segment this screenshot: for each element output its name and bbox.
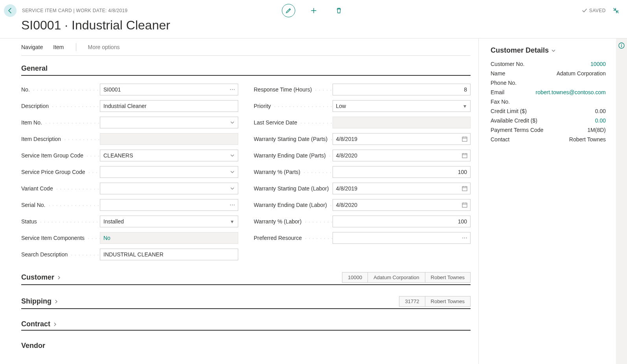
trash-icon bbox=[336, 7, 342, 14]
dropdown-service-item-group[interactable] bbox=[227, 150, 238, 161]
section-vendor-title[interactable]: Vendor bbox=[21, 342, 45, 350]
factbox-title[interactable]: Customer Details bbox=[491, 46, 606, 59]
calendar-icon bbox=[462, 186, 467, 191]
svg-rect-1 bbox=[462, 154, 467, 158]
new-button[interactable] bbox=[307, 4, 320, 17]
datepicker-warranty-end-parts[interactable] bbox=[459, 150, 470, 161]
chevron-right-icon bbox=[54, 299, 59, 304]
chevron-down-icon bbox=[230, 187, 234, 190]
delete-button[interactable] bbox=[332, 4, 346, 17]
calendar-icon bbox=[462, 136, 467, 142]
breadcrumb: SERVICE ITEM CARD | WORK DATE: 4/8/2019 bbox=[22, 8, 127, 13]
input-warranty-end-labor[interactable] bbox=[333, 199, 460, 210]
svg-rect-3 bbox=[462, 203, 467, 207]
info-pane-toggle[interactable] bbox=[616, 38, 627, 364]
label-last-service-date: Last Service Date bbox=[254, 119, 333, 126]
label-no: No. bbox=[21, 86, 100, 93]
label-serial-no: Serial No. bbox=[21, 202, 100, 208]
fb-available-credit-label: Available Credit ($) bbox=[491, 117, 537, 124]
minimize-button[interactable] bbox=[613, 7, 619, 14]
svg-rect-2 bbox=[462, 187, 467, 191]
input-preferred-resource[interactable] bbox=[333, 232, 460, 243]
chevron-down-icon bbox=[230, 170, 234, 174]
input-serial-no[interactable] bbox=[100, 199, 227, 210]
input-description[interactable] bbox=[100, 101, 238, 112]
page-title: SI0001 · Industrial Cleaner bbox=[0, 17, 627, 38]
input-item-description bbox=[100, 134, 238, 145]
section-customer-title[interactable]: Customer bbox=[21, 273, 61, 282]
commandbar-item[interactable]: Item bbox=[53, 44, 64, 50]
summary-shipping-0: 31772 bbox=[399, 296, 425, 307]
input-service-item-group[interactable] bbox=[100, 150, 227, 161]
input-warranty-start-parts[interactable] bbox=[333, 134, 460, 145]
fb-credit-limit-value: 0.00 bbox=[595, 108, 606, 114]
input-no[interactable] bbox=[100, 84, 227, 95]
label-warranty-start-parts: Warranty Starting Date (Parts) bbox=[254, 136, 333, 142]
input-warranty-pct-labor[interactable] bbox=[333, 216, 471, 227]
check-icon bbox=[582, 8, 587, 13]
fb-email-value[interactable]: robert.townes@contoso.com bbox=[536, 89, 606, 95]
fb-customer-no-value[interactable]: 10000 bbox=[590, 61, 606, 67]
summary-shipping-1: Robert Townes bbox=[425, 296, 471, 307]
dropdown-item-no[interactable] bbox=[227, 117, 238, 128]
input-response-time[interactable] bbox=[333, 84, 471, 95]
fb-available-credit-value[interactable]: 0.00 bbox=[595, 117, 606, 124]
svg-point-5 bbox=[621, 44, 622, 45]
dropdown-service-price-group[interactable] bbox=[227, 166, 238, 177]
label-warranty-end-labor: Warranty Ending Date (Labor) bbox=[254, 202, 333, 208]
edit-button[interactable] bbox=[282, 4, 295, 17]
chevron-down-icon bbox=[230, 121, 234, 124]
link-components[interactable]: No bbox=[100, 235, 110, 241]
back-button[interactable] bbox=[4, 4, 17, 17]
pencil-icon bbox=[285, 7, 292, 14]
dropdown-status[interactable]: ▾ bbox=[227, 216, 238, 227]
fb-phone-label: Phone No. bbox=[491, 80, 517, 86]
label-variant-code: Variant Code bbox=[21, 185, 100, 192]
summary-customer-2: Robert Townes bbox=[425, 272, 471, 283]
lookup-preferred-resource[interactable]: ⋯ bbox=[459, 232, 470, 243]
label-item-no: Item No. bbox=[21, 119, 100, 126]
label-status: Status bbox=[21, 218, 100, 225]
arrow-left-icon bbox=[7, 7, 13, 14]
fb-contact-label: Contact bbox=[491, 136, 509, 143]
info-icon bbox=[618, 42, 625, 49]
lookup-serial-no[interactable]: ⋯ bbox=[227, 199, 238, 210]
section-general-title[interactable]: General bbox=[21, 64, 471, 76]
fb-customer-no-label: Customer No. bbox=[491, 61, 524, 67]
input-warranty-start-labor[interactable] bbox=[333, 183, 460, 194]
chevron-down-icon bbox=[551, 48, 556, 53]
input-item-no[interactable] bbox=[100, 117, 227, 128]
commandbar-navigate[interactable]: Navigate bbox=[21, 44, 43, 50]
datepicker-warranty-start-labor[interactable] bbox=[459, 183, 470, 194]
fb-name-label: Name bbox=[491, 70, 505, 77]
input-warranty-end-parts[interactable] bbox=[333, 150, 460, 161]
divider bbox=[76, 43, 76, 51]
input-variant-code[interactable] bbox=[100, 183, 227, 194]
fb-fax-label: Fax No. bbox=[491, 99, 510, 105]
input-warranty-pct-parts[interactable] bbox=[333, 166, 471, 177]
label-warranty-end-parts: Warranty Ending Date (Parts) bbox=[254, 152, 333, 159]
fb-payment-terms-label: Payment Terms Code bbox=[491, 127, 543, 133]
summary-customer-0: 10000 bbox=[342, 272, 368, 283]
dropdown-variant-code[interactable] bbox=[227, 183, 238, 194]
label-service-item-group: Service Item Group Code bbox=[21, 152, 100, 159]
input-status[interactable] bbox=[100, 216, 227, 227]
fb-contact-value: Robert Townes bbox=[569, 136, 606, 143]
section-shipping-title[interactable]: Shipping bbox=[21, 297, 59, 305]
chevron-right-icon bbox=[57, 275, 61, 280]
datepicker-warranty-start-parts[interactable] bbox=[459, 134, 470, 145]
dropdown-priority[interactable]: ▾ bbox=[459, 101, 470, 112]
calendar-icon bbox=[462, 153, 467, 158]
label-preferred-resource: Preferred Resource bbox=[254, 235, 333, 241]
label-priority: Priority bbox=[254, 103, 333, 109]
calendar-icon bbox=[462, 202, 467, 208]
label-response-time: Response Time (Hours) bbox=[254, 86, 333, 93]
datepicker-warranty-end-labor[interactable] bbox=[459, 199, 470, 210]
svg-rect-0 bbox=[462, 137, 467, 141]
input-service-price-group[interactable] bbox=[100, 166, 227, 177]
lookup-no[interactable]: ⋯ bbox=[227, 84, 238, 95]
input-search-desc[interactable] bbox=[100, 249, 238, 260]
commandbar-more-options[interactable]: More options bbox=[88, 44, 120, 50]
input-priority[interactable] bbox=[333, 101, 460, 112]
section-contract-title[interactable]: Contract bbox=[21, 320, 57, 328]
